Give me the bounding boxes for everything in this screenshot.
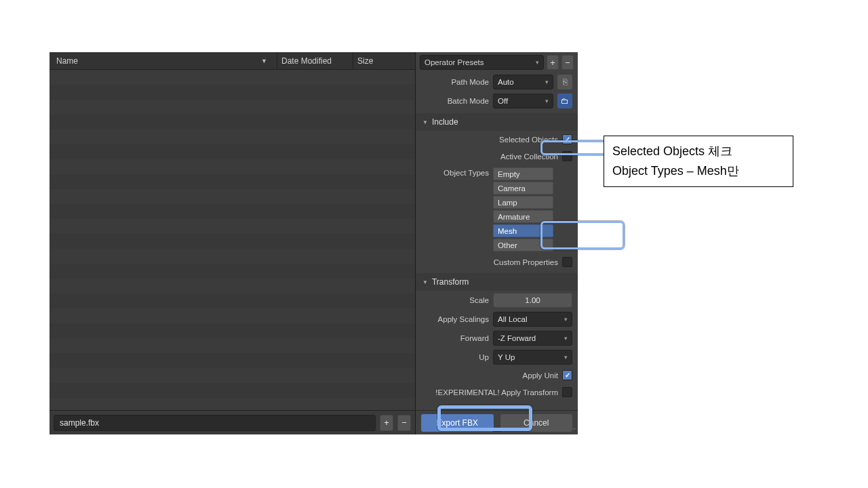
- scale-value: 1.00: [525, 296, 540, 304]
- object-types-list: Empty Camera Lamp Armature Mesh Other: [493, 167, 553, 251]
- list-item[interactable]: [50, 144, 415, 159]
- object-type-camera[interactable]: Camera: [493, 182, 553, 195]
- list-item[interactable]: [50, 293, 415, 308]
- active-collection-checkbox[interactable]: [562, 151, 572, 161]
- column-header-name[interactable]: Name ▼: [52, 52, 277, 69]
- list-item[interactable]: [50, 129, 415, 144]
- up-axis-value: Y Up: [498, 353, 515, 361]
- scroll-hint-icon: ⌃: [572, 427, 577, 434]
- list-item[interactable]: [50, 383, 415, 398]
- scale-label: Scale: [416, 296, 489, 304]
- batch-mode-select[interactable]: Off: [493, 94, 553, 108]
- column-header-name-label: Name: [56, 56, 78, 66]
- path-mode-select[interactable]: Auto: [493, 75, 553, 89]
- annotation-line-2: Object Types – Mesh만: [612, 161, 785, 181]
- apply-scalings-select[interactable]: All Local: [493, 312, 572, 327]
- object-types-label: Object Types: [416, 167, 489, 177]
- up-axis-select[interactable]: Y Up: [493, 350, 572, 365]
- file-browser: Name ▼ Date Modified Size: [50, 52, 416, 434]
- list-item[interactable]: [50, 249, 415, 264]
- export-options-panel: Operator Presets + − Path Mode Auto ⎘ Ba…: [416, 52, 578, 434]
- list-item[interactable]: [50, 279, 415, 293]
- apply-transform-checkbox[interactable]: [562, 387, 572, 397]
- list-item[interactable]: [50, 159, 415, 174]
- annotation-box: Selected Objects 체크 Object Types – Mesh만: [604, 136, 793, 187]
- scale-input[interactable]: 1.00: [493, 293, 572, 308]
- link-icon: ⎘: [563, 77, 568, 87]
- list-item[interactable]: [50, 338, 415, 353]
- column-header-size[interactable]: Size: [353, 52, 412, 69]
- object-type-label: Camera: [498, 184, 526, 192]
- object-type-label: Other: [498, 241, 517, 249]
- batch-mode-label: Batch Mode: [416, 97, 489, 105]
- section-transform-label: Transform: [432, 277, 469, 287]
- cancel-label: Cancel: [524, 418, 549, 428]
- object-type-label: Lamp: [498, 199, 517, 207]
- object-type-label: Armature: [498, 213, 530, 221]
- object-type-label: Mesh: [498, 227, 517, 235]
- increment-filename-button[interactable]: +: [380, 415, 393, 431]
- fbx-export-dialog: Name ▼ Date Modified Size: [50, 52, 578, 434]
- export-actions: Export FBX Cancel ⌃: [416, 410, 578, 434]
- column-header-date[interactable]: Date Modified: [277, 52, 353, 69]
- object-type-lamp[interactable]: Lamp: [493, 196, 553, 209]
- batch-own-dir-button[interactable]: 🗀: [557, 94, 572, 108]
- selected-objects-label: Selected Objects: [499, 136, 558, 144]
- active-collection-label: Active Collection: [500, 152, 558, 161]
- decrement-filename-button[interactable]: −: [397, 415, 411, 431]
- object-type-armature[interactable]: Armature: [493, 210, 553, 223]
- export-fbx-button[interactable]: Export FBX: [421, 414, 494, 432]
- list-item[interactable]: [50, 115, 415, 129]
- operator-presets-label: Operator Presets: [425, 58, 484, 66]
- column-header-date-label: Date Modified: [281, 56, 332, 66]
- list-item[interactable]: [50, 85, 415, 100]
- path-mode-value: Auto: [498, 78, 514, 86]
- sort-descending-icon: ▼: [261, 58, 267, 64]
- section-include[interactable]: Include: [416, 113, 578, 131]
- list-item[interactable]: [50, 219, 415, 234]
- list-item[interactable]: [50, 368, 415, 383]
- export-fbx-label: Export FBX: [437, 418, 478, 428]
- forward-axis-select[interactable]: -Z Forward: [493, 331, 572, 346]
- list-item[interactable]: [50, 308, 415, 323]
- folder-icon: 🗀: [561, 96, 569, 106]
- selected-objects-checkbox[interactable]: [562, 134, 572, 144]
- list-item[interactable]: [50, 204, 415, 219]
- file-list[interactable]: [50, 70, 415, 410]
- list-item[interactable]: [50, 70, 415, 85]
- operator-presets-select[interactable]: Operator Presets: [420, 55, 544, 70]
- filename-input[interactable]: [54, 415, 376, 431]
- list-item[interactable]: [50, 264, 415, 279]
- list-item[interactable]: [50, 398, 415, 410]
- up-label: Up: [416, 353, 489, 361]
- list-item[interactable]: [50, 234, 415, 249]
- section-include-label: Include: [432, 117, 458, 127]
- object-type-other[interactable]: Other: [493, 239, 553, 251]
- batch-mode-value: Off: [498, 97, 508, 105]
- file-browser-header: Name ▼ Date Modified Size: [50, 52, 415, 70]
- object-type-mesh[interactable]: Mesh: [493, 224, 553, 237]
- path-mode-label: Path Mode: [416, 78, 489, 86]
- list-item[interactable]: [50, 174, 415, 189]
- remove-preset-button[interactable]: −: [561, 55, 574, 70]
- annotation-line-1: Selected Objects 체크: [612, 142, 785, 161]
- apply-unit-label: Apply Unit: [523, 371, 558, 380]
- custom-properties-checkbox[interactable]: [562, 257, 572, 267]
- column-header-size-label: Size: [357, 56, 373, 66]
- list-item[interactable]: [50, 353, 415, 368]
- apply-transform-label: !EXPERIMENTAL! Apply Transform: [435, 388, 558, 396]
- list-item[interactable]: [50, 323, 415, 338]
- forward-label: Forward: [416, 334, 489, 342]
- forward-axis-value: -Z Forward: [498, 334, 536, 342]
- cancel-button[interactable]: Cancel: [500, 414, 573, 432]
- apply-scalings-label: Apply Scalings: [416, 315, 489, 323]
- object-type-empty[interactable]: Empty: [493, 167, 553, 180]
- apply-unit-checkbox[interactable]: [562, 370, 572, 380]
- section-transform[interactable]: Transform: [416, 273, 578, 291]
- list-item[interactable]: [50, 100, 415, 115]
- list-item[interactable]: [50, 189, 415, 204]
- object-type-label: Empty: [498, 170, 520, 178]
- add-preset-button[interactable]: +: [547, 55, 559, 70]
- apply-scalings-value: All Local: [498, 315, 527, 323]
- embed-textures-button[interactable]: ⎘: [557, 75, 572, 89]
